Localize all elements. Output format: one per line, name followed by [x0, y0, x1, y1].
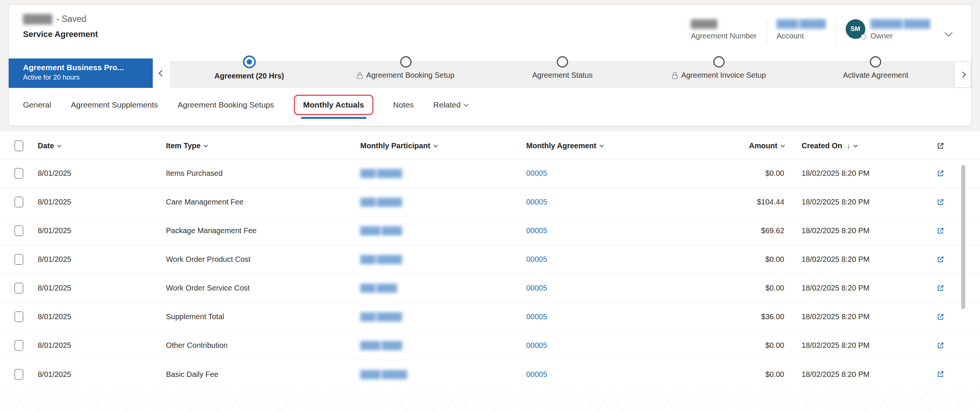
participant-value-blurred[interactable]: ███ █████	[360, 169, 402, 178]
tab-general[interactable]: General	[23, 95, 51, 115]
tab-label: Agreement Booking Setups	[178, 100, 274, 110]
row-select-cell	[0, 168, 38, 179]
open-record-icon[interactable]	[936, 255, 945, 264]
amount-cell: $0.00	[739, 341, 786, 350]
row-select-cell	[0, 197, 38, 207]
open-record-icon[interactable]	[936, 342, 945, 350]
row-checkbox[interactable]	[14, 283, 23, 294]
participant-value-blurred[interactable]: ████ ████	[360, 226, 402, 235]
tab-monthly-actuals[interactable]: Monthly Actuals	[294, 95, 374, 115]
tab-agreement-booking-setups[interactable]: Agreement Booking Setups	[178, 95, 274, 115]
process-stage-agreement-status[interactable]: Agreement Status	[484, 62, 641, 88]
column-header-item-type[interactable]: Item Type	[166, 142, 360, 150]
column-header-monthly-agreement[interactable]: Monthly Agreement	[526, 142, 739, 150]
monthly-agreement-link[interactable]: 00005	[526, 255, 547, 264]
row-checkbox[interactable]	[14, 168, 23, 179]
process-stage-agreement-booking-setup[interactable]: Agreement Booking Setup	[328, 62, 484, 88]
field-value-owner[interactable]: ██████ █████	[870, 19, 930, 28]
participant-cell: ███ ████	[360, 284, 526, 293]
agreement-cell: 00005	[526, 312, 739, 321]
grid-header-row: DateItem TypeMonthly ParticipantMonthly …	[0, 133, 980, 159]
agreement-cell: 00005	[526, 169, 739, 178]
participant-value-blurred[interactable]: ███ █████	[360, 255, 402, 264]
vertical-scrollbar[interactable]	[961, 165, 965, 309]
open-record-icon[interactable]	[936, 370, 945, 379]
process-stage-agreement-20-hrs[interactable]: Agreement (20 Hrs)	[171, 62, 328, 88]
stage-label-row: Agreement Invoice Setup	[672, 71, 766, 80]
open-record-icon[interactable]	[936, 169, 945, 178]
save-status: - Saved	[56, 14, 86, 24]
date-value: 8/01/2025	[38, 169, 71, 178]
amount-value: $36.00	[761, 312, 784, 321]
item-type-value: Work Order Service Cost	[166, 284, 250, 293]
item-type-cell: Package Management Fee	[166, 226, 360, 235]
chevron-right-icon	[959, 72, 966, 78]
open-record-icon[interactable]	[936, 313, 945, 321]
participant-value-blurred[interactable]: ████ ████	[360, 341, 402, 350]
field-value-account[interactable]: ████ █████	[777, 19, 826, 28]
column-header-monthly-participant[interactable]: Monthly Participant	[360, 142, 526, 150]
item-type-cell: Other Contribution	[166, 341, 360, 350]
participant-value-blurred[interactable]: ███ █████	[360, 198, 402, 206]
field-label-agreement-number: Agreement Number	[690, 32, 757, 40]
participant-cell: ███ █████	[360, 255, 526, 264]
row-popout-cell	[913, 255, 980, 264]
process-name-box[interactable]: Agreement Business Pro... Active for 20 …	[9, 59, 153, 88]
process-scroll-left-button[interactable]	[153, 59, 171, 88]
field-value-agreement-number: █████	[690, 19, 757, 28]
stage-label-row: Agreement Booking Setup	[357, 71, 455, 80]
row-checkbox[interactable]	[14, 197, 23, 207]
tab-label: Agreement Supplements	[71, 100, 158, 110]
tab-label: Notes	[393, 100, 414, 110]
monthly-agreement-link[interactable]: 00005	[526, 312, 547, 321]
collapse-header-chevron-icon[interactable]	[946, 30, 954, 38]
process-stage-activate-agreement[interactable]: Activate Agreement	[797, 62, 954, 88]
avatar[interactable]: SM	[846, 19, 865, 39]
process-scroll-right-button[interactable]	[954, 62, 971, 88]
created-on-cell: 18/02/2025 8:20 PM	[786, 169, 913, 178]
date-cell: 8/01/2025	[38, 284, 166, 293]
open-in-new-window-icon[interactable]	[936, 142, 945, 150]
participant-value-blurred[interactable]: ███ █████	[360, 312, 402, 321]
avatar-initials: SM	[851, 25, 861, 33]
field-col-account: ████ █████Account	[777, 19, 826, 40]
chevron-down-icon	[433, 143, 438, 147]
monthly-agreement-link[interactable]: 00005	[526, 341, 547, 350]
monthly-agreement-link[interactable]: 00005	[526, 198, 547, 206]
stage-active-radio-icon	[243, 56, 256, 68]
created-on-cell: 18/02/2025 8:20 PM	[786, 284, 913, 293]
monthly-agreement-link[interactable]: 00005	[526, 284, 547, 293]
open-record-icon[interactable]	[936, 284, 945, 293]
column-header-amount[interactable]: Amount	[739, 142, 786, 150]
row-checkbox[interactable]	[14, 340, 23, 351]
tab-notes[interactable]: Notes	[393, 95, 414, 115]
tab-related[interactable]: Related	[433, 95, 468, 115]
row-select-cell	[0, 369, 38, 380]
monthly-agreement-link[interactable]: 00005	[526, 226, 547, 235]
open-record-icon[interactable]	[936, 198, 945, 206]
row-checkbox[interactable]	[14, 225, 23, 236]
date-cell: 8/01/2025	[38, 198, 166, 206]
agreement-cell: 00005	[526, 341, 739, 350]
row-checkbox[interactable]	[14, 311, 23, 322]
tab-agreement-supplements[interactable]: Agreement Supplements	[71, 95, 158, 115]
open-record-icon[interactable]	[936, 227, 945, 235]
amount-cell: $0.00	[739, 255, 786, 264]
select-all-checkbox[interactable]	[14, 140, 23, 151]
participant-value-blurred[interactable]: ████ █████	[360, 370, 407, 379]
monthly-agreement-link[interactable]: 00005	[526, 169, 547, 178]
participant-value-blurred[interactable]: ███ ████	[360, 284, 397, 293]
amount-value: $0.00	[765, 370, 784, 379]
row-checkbox[interactable]	[14, 254, 23, 265]
row-select-cell	[0, 225, 38, 236]
tab-label: Related	[433, 100, 461, 110]
amount-value: $0.00	[765, 284, 784, 293]
process-stage-agreement-invoice-setup[interactable]: Agreement Invoice Setup	[641, 62, 797, 88]
column-header-date[interactable]: Date	[38, 142, 166, 150]
row-select-cell	[0, 311, 38, 322]
monthly-actuals-grid: DateItem TypeMonthly ParticipantMonthly …	[0, 133, 980, 389]
column-header-created-on[interactable]: Created On↓	[786, 142, 913, 150]
row-checkbox[interactable]	[14, 369, 23, 380]
monthly-agreement-link[interactable]: 00005	[526, 370, 547, 379]
date-cell: 8/01/2025	[38, 312, 166, 321]
